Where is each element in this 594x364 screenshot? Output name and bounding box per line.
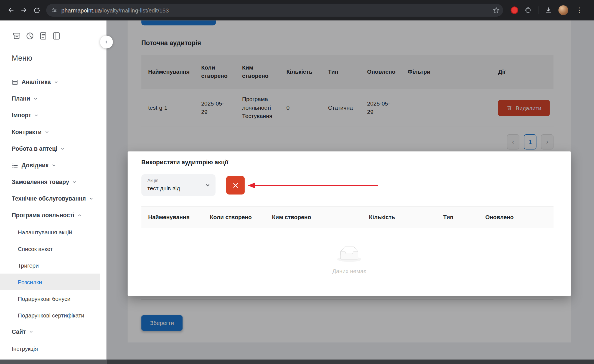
promo-audience-table: Найменування Коли створено Ким створено … — [141, 206, 554, 228]
sidebar-subitem-gift-certificates[interactable]: Подарункові сертифікати — [0, 307, 106, 324]
column-header: Найменування — [148, 213, 210, 221]
profile-avatar[interactable] — [559, 5, 568, 15]
sidebar-item-goods-orders[interactable]: Замовлення товару — [0, 174, 106, 190]
reload-icon — [33, 7, 40, 14]
sidebar-item-label: Інструкція — [12, 345, 38, 352]
sidebar-item-label: Плани — [12, 95, 30, 102]
sidebar-nav: Аналітика Плани Імпорт Контракти Робота … — [0, 74, 106, 357]
toolbar-separator — [538, 6, 538, 14]
column-header: Коли створено — [210, 213, 272, 221]
url-text: pharmapoint.ua/loyalty/mailing-list/edit… — [61, 7, 489, 13]
promo-select-label: Акція — [147, 178, 158, 183]
back-arrow-icon — [7, 6, 15, 14]
browser-window: pharmapoint.ua/loyalty/mailing-list/edit… — [0, 0, 594, 364]
main-content: Поточна аудиторія Найменування Коли ство… — [106, 20, 594, 364]
column-header: Тип — [443, 213, 485, 221]
sidebar-item-pharmacy-work[interactable]: Робота в аптеці — [0, 140, 106, 157]
browser-toolbar: pharmapoint.ua/loyalty/mailing-list/edit… — [0, 0, 594, 20]
sidebar-item-label: Програма лояльності — [12, 212, 74, 219]
sidebar-subitem-gift-bonuses[interactable]: Подарункові бонуси — [0, 290, 106, 307]
column-header: Кількість — [369, 213, 443, 221]
sidebar-item-label: Замовлення товару — [12, 179, 69, 186]
sidebar-subitem-label: Подарункові бонуси — [18, 295, 70, 302]
sidebar-item-import[interactable]: Імпорт — [0, 107, 106, 124]
forward-arrow-icon — [20, 6, 27, 14]
window-bottom-edge — [0, 360, 106, 364]
back-button[interactable] — [4, 4, 17, 17]
chevron-down-icon — [34, 113, 39, 117]
modal-title: Використати аудиторію акції — [141, 159, 228, 166]
annotation-arrow — [246, 181, 381, 190]
sidebar-item-label: Робота в аптеці — [12, 145, 57, 152]
column-header: Ким створено — [272, 213, 369, 221]
sidebar-item-analytics[interactable]: Аналітика — [0, 74, 106, 90]
chevron-down-icon — [205, 182, 211, 189]
sidebar-item-site[interactable]: Сайт — [0, 324, 106, 340]
chevron-left-icon — [104, 39, 109, 45]
archive-box-icon[interactable] — [12, 31, 22, 41]
sidebar-item-plans[interactable]: Плани — [0, 90, 106, 107]
table-header-row: Найменування Коли створено Ким створено … — [141, 206, 554, 228]
chevron-down-icon — [33, 96, 38, 101]
sidebar-subitem-label: Список анкет — [18, 245, 53, 252]
close-icon — [232, 181, 239, 189]
sidebar-item-directory[interactable]: Довідник — [0, 157, 106, 174]
address-bar[interactable]: pharmapoint.ua/loyalty/mailing-list/edit… — [46, 4, 503, 17]
url-path: /loyalty/mailing-list/edit/153 — [101, 7, 169, 13]
empty-inbox-icon — [337, 246, 361, 262]
browser-menu-kebab-icon[interactable]: ⋮ — [574, 6, 584, 14]
sidebar-item-label: Довідник — [22, 162, 49, 169]
list-icon — [12, 162, 18, 168]
sidebar-subitem-promo-settings[interactable]: Налаштування акцій — [0, 224, 106, 240]
sidebar-item-label: Аналітика — [22, 79, 51, 86]
url-host: pharmapoint.ua — [61, 7, 101, 13]
menu-title: Меню — [12, 54, 32, 62]
empty-state: Даних немає — [128, 228, 571, 293]
sidebar-item-contracts[interactable]: Контракти — [0, 124, 106, 140]
downloads-icon[interactable] — [544, 6, 552, 14]
table-grid-icon — [12, 79, 18, 85]
chevron-down-icon — [54, 80, 58, 84]
sidebar-item-instruction[interactable]: Інструкція — [0, 340, 106, 357]
chevron-down-icon — [45, 130, 49, 134]
sidebar-subitem-label: Тригери — [18, 262, 39, 268]
empty-state-text: Даних немає — [332, 268, 366, 274]
sidebar: Меню Аналітика Плани Імпорт Контракти Ро… — [0, 20, 106, 364]
sidebar-item-maintenance[interactable]: Технічне обслуговування — [0, 190, 106, 207]
sidebar-item-label: Контракти — [12, 129, 42, 135]
document-icon[interactable] — [38, 31, 48, 41]
sidebar-subitem-label: Налаштування акцій — [18, 229, 72, 235]
sidebar-subitem-label: Розсилки — [18, 279, 42, 285]
clear-promo-button[interactable] — [226, 176, 245, 194]
forward-button[interactable] — [17, 4, 30, 17]
sidebar-item-label: Сайт — [12, 329, 26, 335]
promo-select[interactable]: Акція тест днів від — [141, 174, 216, 196]
use-promo-audience-panel: Використати аудиторію акції Акція тест д… — [128, 151, 571, 296]
toolbar-extensions-area: ⋮ — [511, 5, 584, 15]
sidebar-item-loyalty-program[interactable]: Програма лояльності — [0, 207, 106, 224]
site-settings-tune-icon[interactable] — [51, 7, 58, 14]
bookmark-star-icon[interactable] — [493, 6, 500, 14]
sidebar-item-label: Технічне обслуговування — [12, 195, 86, 202]
sidebar-subitem-triggers[interactable]: Тригери — [0, 257, 106, 274]
sidebar-subitem-questionnaires[interactable]: Список анкет — [0, 240, 106, 257]
sidebar-subitem-label: Подарункові сертифікати — [18, 312, 84, 318]
chevron-down-icon — [60, 147, 65, 151]
sidebar-subitem-mailings-active[interactable]: Розсилки — [0, 274, 100, 290]
promo-select-value: тест днів від — [147, 185, 180, 191]
chevron-down-icon — [52, 163, 56, 168]
column-header: Оновлено — [485, 213, 554, 221]
sidebar-item-label: Імпорт — [12, 112, 31, 119]
chevron-down-icon — [89, 196, 93, 201]
reload-button[interactable] — [30, 4, 43, 17]
book-icon[interactable] — [52, 31, 62, 41]
chevron-up-icon — [77, 213, 82, 217]
pie-chart-icon[interactable] — [25, 31, 35, 41]
sidebar-app-icons — [12, 31, 61, 41]
chevron-down-icon — [29, 330, 33, 334]
extensions-puzzle-icon[interactable] — [524, 6, 532, 14]
adblock-extension-icon[interactable] — [511, 6, 518, 14]
sidebar-collapse-button[interactable] — [100, 35, 113, 48]
chevron-down-icon — [72, 180, 77, 184]
